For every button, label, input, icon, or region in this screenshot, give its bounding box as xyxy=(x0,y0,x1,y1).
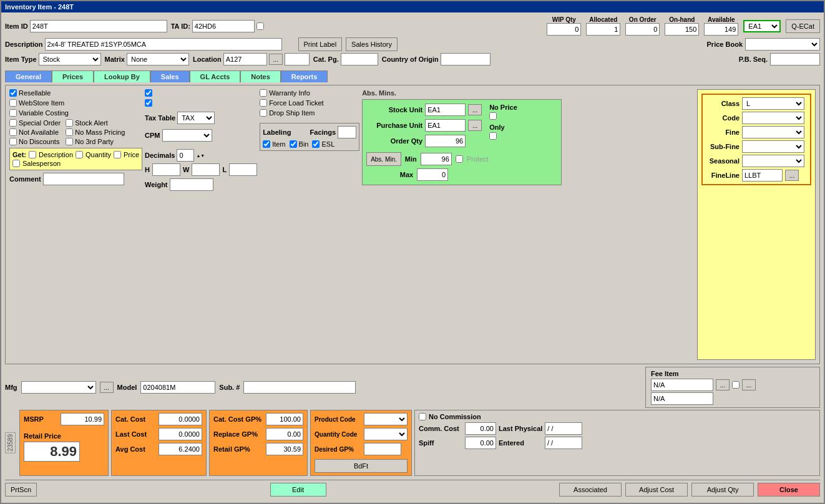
qty-code-select[interactable] xyxy=(364,428,408,440)
item-checkbox[interactable] xyxy=(263,140,270,148)
description-input[interactable] xyxy=(45,38,282,51)
force-load-checkbox[interactable] xyxy=(260,99,267,107)
l-input[interactable] xyxy=(229,163,257,176)
warranty-checkbox[interactable] xyxy=(260,89,267,97)
cat-pg-input[interactable] xyxy=(341,53,378,65)
matrix-select[interactable]: None xyxy=(127,53,189,65)
replace-gp-input[interactable] xyxy=(266,428,303,440)
fee-item-2-input[interactable] xyxy=(651,392,713,405)
fee-item-1-browse[interactable]: ... xyxy=(716,379,730,390)
sub-num-input[interactable] xyxy=(243,381,356,394)
unit-select[interactable]: EA1 xyxy=(743,20,781,32)
cpm-select[interactable] xyxy=(162,129,212,142)
price-book-select[interactable] xyxy=(745,38,820,51)
comment-input[interactable] xyxy=(43,173,124,185)
resellable-checkbox[interactable] xyxy=(9,89,17,97)
no-commission-checkbox[interactable] xyxy=(419,413,426,420)
protect-checkbox[interactable] xyxy=(456,155,463,163)
country-input[interactable] xyxy=(441,53,491,65)
location-extra-input[interactable] xyxy=(285,53,310,65)
code-select[interactable] xyxy=(742,112,804,124)
available-value[interactable] xyxy=(704,23,738,36)
fineline-browse[interactable]: ... xyxy=(785,170,799,181)
fine-select[interactable] xyxy=(742,126,804,138)
msrp-input[interactable] xyxy=(61,413,104,425)
stock-alert-checkbox[interactable] xyxy=(66,119,73,127)
purchased-checkbox[interactable] xyxy=(145,99,152,107)
bdft-button[interactable]: BdFt xyxy=(315,459,408,473)
w-input[interactable] xyxy=(192,163,220,176)
associated-button[interactable]: Associated xyxy=(559,483,622,497)
on-order-value[interactable] xyxy=(625,23,660,36)
ta-id-checkbox[interactable] xyxy=(256,22,264,30)
close-button[interactable]: Close xyxy=(758,483,820,497)
bin-checkbox[interactable] xyxy=(290,140,297,148)
taxable-checkbox[interactable] xyxy=(145,89,152,97)
cat-cost-gp-input[interactable] xyxy=(266,413,303,425)
tab-general[interactable]: General xyxy=(5,70,52,82)
on-hand-value[interactable] xyxy=(665,23,699,36)
model-input[interactable] xyxy=(140,381,215,394)
webstore-checkbox[interactable] xyxy=(9,99,17,107)
no-discounts-checkbox[interactable] xyxy=(9,138,17,145)
sub-fine-select[interactable] xyxy=(742,140,804,153)
cat-cost-input[interactable] xyxy=(159,413,202,425)
decimals-input[interactable] xyxy=(177,149,194,162)
sales-history-button[interactable]: Sales History xyxy=(346,37,398,51)
quantity-get-checkbox[interactable] xyxy=(76,151,83,158)
salesperson-get-checkbox[interactable] xyxy=(12,160,20,167)
purchase-unit-browse[interactable]: ... xyxy=(468,120,482,131)
spiff-input[interactable] xyxy=(465,437,496,449)
stock-unit-input[interactable] xyxy=(425,104,466,116)
special-order-checkbox[interactable] xyxy=(9,119,17,127)
description-get-checkbox[interactable] xyxy=(29,151,36,158)
no-price-checkbox[interactable] xyxy=(489,112,497,120)
adjust-cost-button[interactable]: Adjust Cost xyxy=(625,483,688,497)
tab-lookup-by[interactable]: Lookup By xyxy=(94,70,150,82)
esl-checkbox[interactable] xyxy=(312,140,320,148)
location-input[interactable] xyxy=(223,53,267,65)
fee-item-1-extra[interactable]: ... xyxy=(742,379,756,390)
stock-unit-browse[interactable]: ... xyxy=(468,104,482,115)
print-label-button[interactable]: Print Label xyxy=(298,37,343,51)
fee-item-1-input[interactable] xyxy=(651,379,713,391)
mfg-browse[interactable]: ... xyxy=(100,382,114,393)
edit-button[interactable]: Edit xyxy=(270,483,326,497)
tab-sales[interactable]: Sales xyxy=(150,70,190,82)
seasonal-select[interactable] xyxy=(742,155,804,167)
prtscn-button[interactable]: PrtScn xyxy=(5,483,37,497)
pb-seq-input[interactable] xyxy=(770,53,820,65)
tab-notes[interactable]: Notes xyxy=(240,70,281,82)
no-3rd-party-checkbox[interactable] xyxy=(66,138,73,145)
no-mass-pricing-checkbox[interactable] xyxy=(66,128,73,136)
comm-cost-input[interactable] xyxy=(465,422,496,435)
only-checkbox[interactable] xyxy=(489,132,497,140)
purchase-unit-input[interactable] xyxy=(425,119,466,132)
tax-table-select[interactable]: TAX xyxy=(177,112,215,124)
abs-min-button[interactable]: Abs. Min. xyxy=(366,152,401,166)
entered-input[interactable] xyxy=(545,437,582,449)
h-input[interactable] xyxy=(152,163,180,176)
tab-prices[interactable]: Prices xyxy=(52,70,94,82)
price-get-checkbox[interactable] xyxy=(114,151,121,158)
last-physical-input[interactable] xyxy=(545,422,582,435)
class-select[interactable]: L xyxy=(742,97,804,110)
product-code-select[interactable] xyxy=(364,413,408,425)
wip-qty-value[interactable] xyxy=(547,23,581,36)
fineline-input[interactable] xyxy=(742,169,783,182)
tab-glaccts[interactable]: GL Accts xyxy=(190,70,241,82)
fee-item-1-checkbox[interactable] xyxy=(732,381,740,389)
variable-costing-checkbox[interactable] xyxy=(9,109,17,117)
allocated-value[interactable] xyxy=(586,23,620,36)
min-input[interactable] xyxy=(421,153,452,165)
desired-gp-input[interactable] xyxy=(364,443,401,455)
order-qty-input[interactable] xyxy=(425,135,466,147)
decimals-spinner[interactable]: ▲▼ xyxy=(196,153,205,158)
avg-cost-input[interactable] xyxy=(159,443,202,455)
adjust-qty-button[interactable]: Adjust Qty xyxy=(691,483,754,497)
retail-gp-input[interactable] xyxy=(266,443,303,455)
mfg-select[interactable] xyxy=(21,381,96,394)
qecat-button[interactable]: Q-ECat xyxy=(786,19,820,33)
item-id-input[interactable] xyxy=(30,20,167,32)
weight-input[interactable] xyxy=(170,178,213,191)
